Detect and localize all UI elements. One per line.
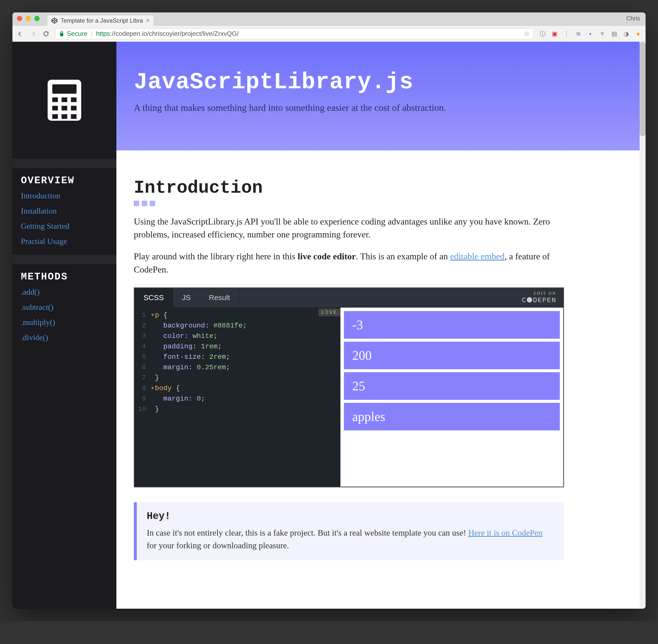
nav-method-add[interactable]: .add() [21, 288, 108, 297]
close-window-button[interactable] [17, 16, 22, 21]
code-line[interactable]: 9 margin: 0; [135, 394, 340, 404]
hero: JavaScriptLibrary.js A thing that makes … [116, 42, 640, 151]
close-tab-icon[interactable]: × [146, 17, 150, 24]
codepen-link[interactable]: Here it is on CodePen [468, 528, 542, 537]
heading-decoration [134, 201, 564, 206]
main-content: JavaScriptLibrary.js A thing that makes … [116, 42, 640, 609]
app-body: OVERVIEW Introduction Installation Getti… [13, 42, 645, 609]
preview-value: -3 [344, 311, 560, 339]
extension-icon[interactable]: ⋮ [563, 30, 570, 37]
bookmark-star-icon[interactable]: ☆ [524, 29, 530, 38]
buffer-extension-icon[interactable]: ≋ [575, 30, 582, 37]
codepen-icon [51, 17, 58, 24]
intro-section: Introduction Using the JavaScriptLibrary… [116, 151, 589, 575]
code-line[interactable]: 4 padding: 1rem; [135, 341, 340, 352]
info-extension-icon[interactable]: ⓘ [539, 30, 546, 37]
svg-rect-10 [71, 114, 76, 119]
edit-on-codepen-link[interactable]: EDIT ON C⬢DEPEN [522, 291, 563, 304]
sidebar-divider [13, 255, 116, 264]
nav-installation[interactable]: Installation [21, 206, 108, 215]
maximize-window-button[interactable] [34, 16, 40, 21]
svg-rect-6 [62, 106, 67, 111]
intro-heading: Introduction [134, 178, 564, 198]
callout-heading: Hey! [147, 511, 554, 522]
sidebar-heading-overview: OVERVIEW [13, 168, 116, 191]
secure-label: Secure [67, 30, 87, 38]
extension-icon-2[interactable]: ▪ [587, 30, 594, 37]
nav-introduction[interactable]: Introduction [21, 191, 108, 201]
browser-tabbar: Template for a JavaScript Libra × Chris [13, 13, 645, 26]
sidebar-heading-methods: METHODS [13, 264, 116, 288]
svg-rect-7 [71, 106, 76, 111]
code-line[interactable]: 2 background: #8881fe; [135, 321, 340, 331]
result-preview: -3 200 25 apples [340, 307, 563, 487]
embed-body: LIVE 1▾p {2 background: #8881fe;3 color:… [135, 307, 563, 487]
tab-title: Template for a JavaScript Libra [61, 17, 143, 24]
hero-title: JavaScriptLibrary.js [134, 69, 622, 95]
adblock-extension-icon[interactable]: ▣ [551, 30, 558, 37]
intro-paragraph-1: Using the JavaScriptLibrary.js API you'l… [134, 215, 564, 241]
embed-tab-result[interactable]: Result [200, 288, 239, 307]
forward-button[interactable] [29, 30, 37, 38]
browser-tab[interactable]: Template for a JavaScript Libra × [47, 15, 154, 26]
vue-extension-icon[interactable]: ▼ [599, 30, 606, 37]
editable-embed-link[interactable]: editable embed [450, 251, 504, 261]
nav-method-divide[interactable]: .divide() [21, 333, 108, 342]
window-controls [17, 16, 40, 23]
embed-tab-js[interactable]: JS [173, 288, 200, 307]
address-bar[interactable]: Secure | https://codepen.io/chriscoyier/… [55, 28, 534, 39]
code-line[interactable]: 5 font-size: 2rem; [135, 352, 340, 362]
sidebar: OVERVIEW Introduction Installation Getti… [13, 42, 116, 609]
code-line[interactable]: 8▾body { [135, 383, 340, 394]
code-line[interactable]: 3 color: white; [135, 331, 340, 341]
methods-nav: .add() .subtract() .multiply() .divide() [13, 288, 116, 351]
minimize-window-button[interactable] [26, 16, 31, 21]
browser-toolbar: Secure | https://codepen.io/chriscoyier/… [13, 26, 645, 42]
overview-nav: Introduction Installation Getting Starte… [13, 191, 116, 255]
codepen-embed: SCSS JS Result EDIT ON C⬢DEPEN LIVE 1▾p … [134, 288, 564, 487]
preview-value: apples [344, 403, 560, 431]
scrollbar-thumb[interactable] [640, 42, 645, 136]
calculator-icon [46, 78, 83, 122]
svg-rect-3 [62, 97, 67, 102]
extension-icon-5[interactable]: ● [635, 30, 641, 37]
live-badge: LIVE [319, 308, 340, 316]
browser-window: Template for a JavaScript Libra × Chris … [13, 13, 645, 609]
nav-getting-started[interactable]: Getting Started [21, 222, 108, 231]
nav-practical-usage[interactable]: Practial Usage [21, 237, 108, 246]
extension-icon-4[interactable]: ◑ [623, 30, 630, 37]
code-editor[interactable]: LIVE 1▾p {2 background: #8881fe;3 color:… [135, 307, 340, 487]
embed-tabbar: SCSS JS Result EDIT ON C⬢DEPEN [135, 288, 563, 307]
profile-name[interactable]: Chris [626, 15, 640, 22]
intro-paragraph-2: Play around with the library right here … [134, 250, 564, 276]
callout-text: In case it's not entirely clear, this is… [147, 526, 554, 552]
code-line[interactable]: 10} [135, 404, 340, 414]
reload-button[interactable] [42, 30, 50, 38]
logo-area [13, 42, 116, 159]
svg-rect-5 [52, 106, 58, 111]
svg-rect-8 [52, 114, 58, 119]
lock-icon [59, 31, 64, 37]
hero-subtitle: A thing that makes something hard into s… [134, 102, 622, 113]
code-line[interactable]: 7} [135, 373, 340, 383]
url-text: https://codepen.io/chriscoyier/project/l… [96, 30, 239, 38]
back-button[interactable] [17, 30, 24, 38]
code-line[interactable]: 6 margin: 0.25rem; [135, 362, 340, 373]
svg-rect-1 [52, 84, 76, 94]
svg-rect-9 [62, 114, 67, 119]
svg-rect-2 [52, 97, 58, 102]
extensions-area: ⓘ ▣ ⋮ ≋ ▪ ▼ ▤ ◑ ● [539, 30, 641, 37]
scrollbar[interactable] [640, 42, 645, 609]
svg-rect-4 [71, 97, 76, 102]
sidebar-divider [13, 159, 116, 168]
preview-value: 200 [344, 342, 560, 369]
embed-tab-scss[interactable]: SCSS [135, 288, 173, 307]
preview-value: 25 [344, 372, 560, 400]
extension-icon-3[interactable]: ▤ [611, 30, 618, 37]
nav-method-subtract[interactable]: .subtract() [21, 303, 108, 312]
code-line[interactable]: 1▾p { [135, 310, 340, 321]
nav-method-multiply[interactable]: .multiply() [21, 318, 108, 327]
info-callout: Hey! In case it's not entirely clear, th… [134, 502, 564, 560]
